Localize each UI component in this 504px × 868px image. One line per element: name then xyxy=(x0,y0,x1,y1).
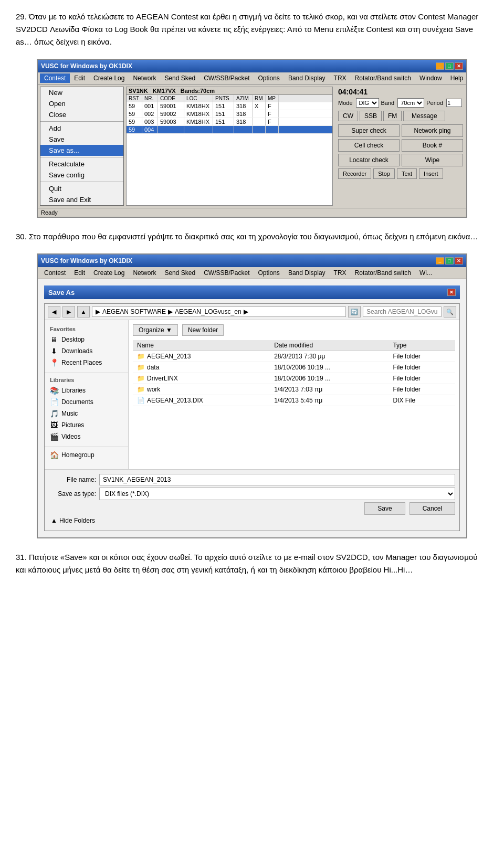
cell-loc-2: KM18HX xyxy=(184,110,213,118)
list-item[interactable]: 📄AEGEAN_2013.DIX 1/4/2013 5:45 πμ DIX Fi… xyxy=(133,395,455,406)
menu-close[interactable]: Close xyxy=(40,109,123,120)
menu2-sendsked[interactable]: Send Sked xyxy=(160,268,200,278)
list-item[interactable]: 📁DriverLINX 18/10/2006 10:19 ... File fo… xyxy=(133,373,455,384)
sidebar-item-documents[interactable]: 📄 Documents xyxy=(45,396,128,408)
menu2-edit[interactable]: Edit xyxy=(70,268,89,278)
ssb-button[interactable]: SSB xyxy=(360,111,382,121)
sidebar-item-pictures[interactable]: 🖼 Pictures xyxy=(45,419,128,431)
menu-window[interactable]: Window xyxy=(415,73,446,83)
stop-button[interactable]: Stop xyxy=(373,168,395,179)
sidebar-documents-label: Documents xyxy=(61,398,93,406)
dialog-close-button[interactable]: ✕ xyxy=(447,289,456,296)
cell-check-button[interactable]: Cell check xyxy=(338,139,400,152)
menu-saveandexit[interactable]: Save and Exit xyxy=(40,194,123,205)
menu-recalculate[interactable]: Recalculate xyxy=(40,158,123,170)
menu-save[interactable]: Save xyxy=(40,134,123,145)
sidebar-item-recent-places[interactable]: 📍 Recent Places xyxy=(45,357,128,368)
menu-saveas[interactable]: Save as... xyxy=(40,145,123,156)
menu-saveconfig[interactable]: Save config xyxy=(40,170,123,181)
hide-folders-row[interactable]: ▲ Hide Folders xyxy=(49,515,455,526)
menu2-trx[interactable]: TRX xyxy=(330,268,351,278)
file-icon: 📄 xyxy=(137,397,145,404)
menu2-network[interactable]: Network xyxy=(129,268,160,278)
menu-separator1 xyxy=(40,121,123,122)
back-button[interactable]: ◀ xyxy=(48,306,60,317)
wipe-button[interactable]: Wipe xyxy=(402,154,463,166)
list-item[interactable]: 📁data 18/10/2006 10:19 ... File folder xyxy=(133,362,455,373)
menu2-wi[interactable]: Wi... xyxy=(415,268,436,278)
new-folder-button[interactable]: New folder xyxy=(182,324,224,336)
menu-createlog[interactable]: Create Log xyxy=(89,73,129,83)
window2-close[interactable]: ✕ xyxy=(455,257,463,264)
menu-cwssb[interactable]: CW/SSB/Packet xyxy=(200,73,254,83)
list-item[interactable]: 📁AEGEAN_2013 28/3/2013 7:30 μμ File fold… xyxy=(133,351,455,362)
minimize-button[interactable]: _ xyxy=(436,62,444,70)
close-button[interactable]: ✕ xyxy=(455,62,463,70)
insert-button[interactable]: Insert xyxy=(419,168,443,179)
sidebar-item-desktop[interactable]: 🖥 Desktop xyxy=(45,334,128,345)
menu2-cwssb[interactable]: CW/SSB/Packet xyxy=(200,268,254,278)
refresh-button[interactable]: 🔄 xyxy=(348,306,361,317)
cell-code-4 xyxy=(158,126,184,133)
breadcrumb[interactable]: ▶ AEGEAN SOFTWARE ▶ AEGEAN_LOGvusc_en ▶ xyxy=(92,306,346,317)
menu-banddisplay[interactable]: Band Display xyxy=(284,73,330,83)
menu-rotatorband[interactable]: Rotator/Band switch xyxy=(351,73,415,83)
window2-maximize[interactable]: □ xyxy=(445,257,454,264)
cw-button[interactable]: CW xyxy=(338,111,358,121)
filename-row: File name: xyxy=(49,474,455,485)
sidebar-item-music[interactable]: 🎵 Music xyxy=(45,408,128,419)
book-hash-button[interactable]: Book # xyxy=(402,139,463,152)
filetype-select[interactable]: DIX files (*.DIX) xyxy=(99,488,455,500)
menu2-options[interactable]: Options xyxy=(254,268,284,278)
network-ping-button[interactable]: Network ping xyxy=(402,124,463,137)
recorder-button[interactable]: Recorder xyxy=(338,168,371,179)
favorites-label: Favorites xyxy=(50,326,76,332)
menu-edit[interactable]: Edit xyxy=(70,73,89,83)
window2-minimize[interactable]: _ xyxy=(436,257,444,264)
cell-azim-3: 318 xyxy=(234,118,253,125)
menu-network[interactable]: Network xyxy=(129,73,160,83)
cell-loc-3: KM18HX xyxy=(184,118,213,125)
menu-quit[interactable]: Quit xyxy=(40,183,123,194)
menu-contest[interactable]: Contest xyxy=(40,73,70,83)
menu2-contest[interactable]: Contest xyxy=(40,268,70,278)
period-input[interactable] xyxy=(446,99,462,107)
organize-button[interactable]: Organize ▼ xyxy=(133,324,178,336)
breadcrumb-aegean-software[interactable]: AEGEAN SOFTWARE xyxy=(102,308,166,315)
mode-band-row: Mode DIG Band 70cm Period xyxy=(338,98,463,108)
fm-button[interactable]: FM xyxy=(383,111,402,121)
menu-trx[interactable]: TRX xyxy=(330,73,351,83)
filename-input[interactable] xyxy=(99,474,455,485)
text-button[interactable]: Text xyxy=(397,168,417,179)
menu-add[interactable]: Add xyxy=(40,123,123,134)
search-input[interactable] xyxy=(366,308,438,315)
mode-select[interactable]: DIG xyxy=(356,98,379,108)
menu-help[interactable]: Help xyxy=(446,73,468,83)
sidebar-item-videos[interactable]: 🎬 Videos xyxy=(45,431,128,442)
breadcrumb-aegean-log[interactable]: AEGEAN_LOGvusc_en xyxy=(175,308,242,315)
super-check-button[interactable]: Super check xyxy=(338,124,400,137)
file-table-header: Name Date modified Type xyxy=(133,340,455,351)
search-button[interactable]: 🔍 xyxy=(444,306,456,317)
menu-open[interactable]: Open xyxy=(40,98,123,109)
sidebar-item-downloads[interactable]: ⬇ Downloads xyxy=(45,345,128,357)
sidebar-item-homegroup[interactable]: 🏠 Homegroup xyxy=(45,449,128,461)
menu-sendsked[interactable]: Send Sked xyxy=(160,73,200,83)
col-azim: AZIM xyxy=(234,95,253,102)
message-button[interactable]: Message xyxy=(403,111,445,121)
menu2-banddisplay[interactable]: Band Display xyxy=(284,268,330,278)
locator-check-button[interactable]: Locator check xyxy=(338,154,400,166)
menu-new[interactable]: New xyxy=(40,87,123,98)
list-item[interactable]: 📁work 1/4/2013 7:03 πμ File folder xyxy=(133,384,455,395)
search-box[interactable] xyxy=(363,306,442,317)
band-select[interactable]: 70cm xyxy=(397,98,424,108)
sidebar-item-libraries[interactable]: 📚 Libraries xyxy=(45,385,128,396)
cancel-button[interactable]: Cancel xyxy=(410,502,455,515)
maximize-button[interactable]: □ xyxy=(445,62,454,70)
up-button[interactable]: ▲ xyxy=(77,306,90,317)
menu2-createlog[interactable]: Create Log xyxy=(89,268,129,278)
menu-options[interactable]: Options xyxy=(254,73,284,83)
menu2-rotator[interactable]: Rotator/Band switch xyxy=(351,268,415,278)
forward-button[interactable]: ▶ xyxy=(62,306,75,317)
save-button[interactable]: Save xyxy=(364,502,405,515)
